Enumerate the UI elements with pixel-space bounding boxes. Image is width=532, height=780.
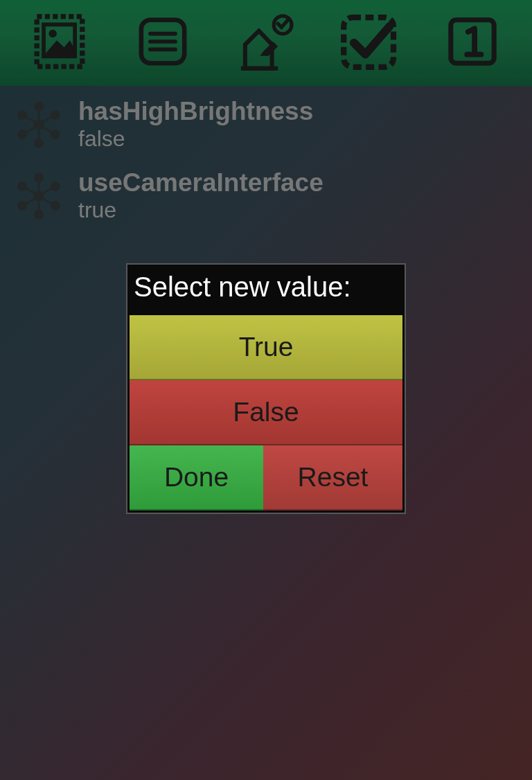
dialog-title: Select new value:	[130, 267, 402, 315]
app-screen: hasHighBrightness false	[0, 0, 532, 780]
done-button[interactable]: Done	[130, 445, 263, 511]
false-button[interactable]: False	[130, 380, 402, 445]
true-button[interactable]: True	[130, 315, 402, 380]
select-value-dialog: Select new value: True False Done Reset	[126, 263, 406, 514]
reset-button[interactable]: Reset	[263, 445, 402, 511]
